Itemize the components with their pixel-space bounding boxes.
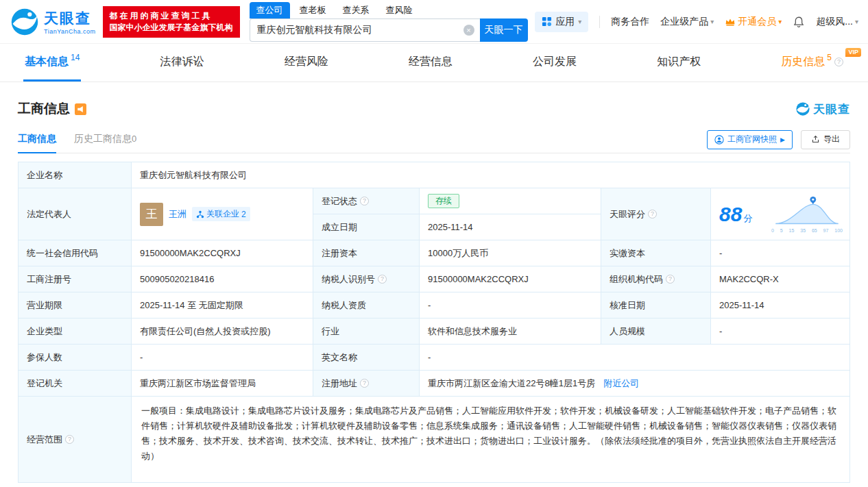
subtab-history-registration[interactable]: 历史工商信息0 <box>74 126 136 153</box>
tab-label: 经营风险 <box>285 55 328 69</box>
search-block: 查公司 查老板 查关系 查风险 × 天眼一下 <box>250 2 528 42</box>
tab-legal-proceedings[interactable]: 法律诉讼 <box>159 44 206 82</box>
promo-banner: 都在用的商业查询工具 国家中小企业发展子基金旗下机构 <box>103 6 240 38</box>
search-tab-risk[interactable]: 查风险 <box>379 2 420 18</box>
logo-title: 天眼查 <box>44 9 96 28</box>
export-icon <box>811 135 820 144</box>
company-name-label: 企业名称 <box>19 162 132 188</box>
subtab-label: 工商信息 <box>18 133 56 144</box>
help-icon[interactable] <box>378 275 387 284</box>
tab-count: 5 <box>827 53 832 62</box>
logo-wave-icon <box>10 7 40 37</box>
nearby-companies-link[interactable]: 附近公司 <box>603 377 639 390</box>
search-tab-relation[interactable]: 查关系 <box>336 2 376 18</box>
score-distribution-chart: 0515356597100 <box>770 196 844 233</box>
business-term-value: 2025-11-14 至 无固定期限 <box>132 292 313 319</box>
tab-company-development[interactable]: 公司发展 <box>531 44 578 82</box>
staff-size-value: - <box>711 319 850 345</box>
insured-num-label: 参保人数 <box>19 345 132 371</box>
related-count: 2 <box>241 210 246 219</box>
reg-status-label: 登记状态 <box>313 188 420 214</box>
help-icon[interactable] <box>834 58 843 66</box>
tab-label: 基本信息 <box>25 55 69 69</box>
nav-business-cooperation[interactable]: 商务合作 <box>611 16 649 28</box>
insured-num-value: - <box>132 345 313 371</box>
official-snapshot-button[interactable]: 工商官网快照 ▶ <box>707 130 793 149</box>
company-name-value: 重庆创元智航科技有限公司 <box>132 162 850 188</box>
subtab-label: 历史工商信息 <box>74 133 132 144</box>
person-icon <box>714 135 724 145</box>
taxpayer-quality-value: - <box>420 292 601 319</box>
logo-subtitle: TianYanCha.com <box>44 28 96 35</box>
tab-label: 历史信息 <box>781 55 825 69</box>
subtab-business-registration[interactable]: 工商信息 <box>18 126 56 153</box>
approve-date-label: 核准日期 <box>601 292 711 319</box>
legal-rep-label: 法定代表人 <box>19 188 132 240</box>
notification-bell-icon[interactable] <box>793 16 805 28</box>
business-info-table: 企业名称 重庆创元智航科技有限公司 法定代表人 王 王洲 关联企业 2 <box>18 162 850 483</box>
promo-banner-line1: 都在用的商业查询工具 <box>110 10 233 22</box>
reg-capital-value: 10000万人民币 <box>420 240 601 266</box>
help-icon[interactable] <box>360 379 369 388</box>
tianyancha-logo[interactable]: 天眼查 TianYanCha.com <box>10 7 96 37</box>
help-icon[interactable] <box>360 197 369 205</box>
search-button[interactable]: 天眼一下 <box>480 18 528 42</box>
reg-address-label: 注册地址 <box>313 371 420 397</box>
company-type-value: 有限责任公司(自然人投资或控股) <box>132 319 313 345</box>
subtab-row: 工商信息 历史工商信息0 工商官网快照 ▶ 导出 <box>18 126 850 153</box>
english-name-value: - <box>420 345 850 371</box>
brand-watermark: 天眼查 <box>795 101 850 117</box>
help-icon[interactable] <box>65 435 74 444</box>
tab-intellectual-property[interactable]: 知识产权 <box>655 44 702 82</box>
reg-capital-label: 注册资本 <box>313 240 420 266</box>
business-scope-value: 一般项目：集成电路设计；集成电路芯片设计及服务；集成电路芯片及产品销售；人工智能… <box>132 397 850 483</box>
tab-basic-info[interactable]: 基本信息 14 <box>23 44 81 82</box>
search-tabs: 查公司 查老板 查关系 查风险 <box>250 2 528 18</box>
nav-open-vip[interactable]: 开通会员 ▾ <box>725 16 782 28</box>
main-content: 工商信息 天眼查 工商信息 历史工商信息0 <box>0 99 868 483</box>
reg-status-value: 存续 <box>420 188 601 214</box>
help-icon[interactable] <box>666 275 675 284</box>
establish-date-label: 成立日期 <box>313 214 420 240</box>
search-tab-company[interactable]: 查公司 <box>250 2 290 18</box>
crown-icon <box>725 17 736 27</box>
apps-menu-button[interactable]: 应用 ▾ <box>535 12 588 32</box>
export-button[interactable]: 导出 <box>801 130 850 149</box>
status-badge: 存续 <box>428 194 459 208</box>
vip-label: 开通会员 <box>738 16 776 28</box>
nav-enterprise-products[interactable]: 企业级产品 ▾ <box>660 16 714 28</box>
business-term-label: 营业期限 <box>19 292 132 319</box>
paid-capital-value: - <box>711 240 850 266</box>
tab-label: 法律诉讼 <box>160 55 204 69</box>
reg-number-label: 工商注册号 <box>19 266 132 292</box>
credit-code-value: 91500000MAK2CCQRXJ <box>132 240 313 266</box>
tab-business-info[interactable]: 经营信息 <box>407 44 454 82</box>
super-risk-label: 超级风... <box>816 16 853 28</box>
score-pin-icon <box>810 196 816 203</box>
divider <box>599 16 600 28</box>
announcement-icon <box>75 103 86 115</box>
industry-label: 行业 <box>313 319 420 345</box>
org-code-label: 组织机构代码 <box>601 266 711 292</box>
legal-rep-name-link[interactable]: 王洲 <box>169 208 186 221</box>
paid-capital-label: 实缴资本 <box>601 240 711 266</box>
tab-history-info[interactable]: VIP 历史信息 5 <box>780 44 845 82</box>
search-tab-boss[interactable]: 查老板 <box>293 2 333 18</box>
related-label: 关联企业 <box>206 208 239 220</box>
header-right-nav: 应用 ▾ 商务合作 企业级产品 ▾ 开通会员 ▾ 超级风... ▾ <box>535 12 858 32</box>
tab-operational-risk[interactable]: 经营风险 <box>283 44 330 82</box>
related-companies-badge[interactable]: 关联企业 2 <box>192 207 250 221</box>
help-icon[interactable] <box>648 210 657 218</box>
credit-code-label: 统一社会信用代码 <box>19 240 132 266</box>
legal-rep-cell: 王 王洲 关联企业 2 <box>132 188 313 240</box>
reg-address-value: 重庆市两江新区金渝大道22号8幢1层1号房 附近公司 <box>420 371 850 397</box>
page-title: 工商信息 <box>18 100 70 118</box>
taxpayer-id-value: 91500000MAK2CCQRXJ <box>420 266 601 292</box>
taxpayer-id-label: 纳税人识别号 <box>313 266 420 292</box>
clear-search-icon[interactable]: × <box>463 25 474 36</box>
chevron-down-icon: ▾ <box>578 18 581 25</box>
search-input[interactable] <box>257 25 463 36</box>
nav-super-risk[interactable]: 超级风... ▾ <box>816 16 858 28</box>
tab-label: 知识产权 <box>657 55 701 69</box>
legal-rep-avatar[interactable]: 王 <box>140 203 163 226</box>
